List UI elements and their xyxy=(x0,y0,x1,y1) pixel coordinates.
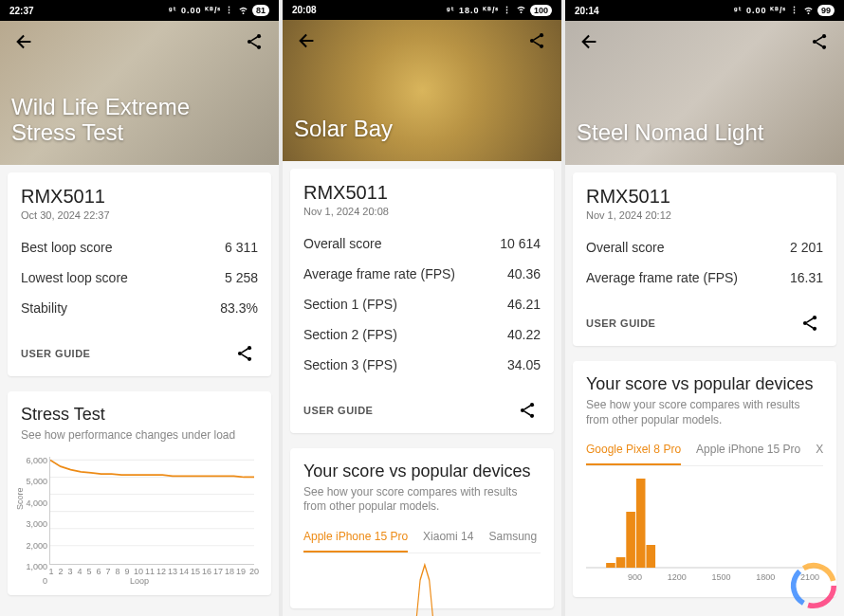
row-label: Average frame rate (FPS) xyxy=(303,266,455,281)
stress-sub: See how performance changes under load xyxy=(21,428,258,444)
status-bar: 20:14 ᵍᵗ 0.00 ᴷᴮ/ˢ ⋮ 99 xyxy=(565,0,844,21)
tab-iphone15pro[interactable]: Apple iPhone 15 Pro xyxy=(696,437,800,465)
wifi-icon xyxy=(803,5,814,17)
battery-level: 99 xyxy=(817,5,835,16)
row-value: 83.3% xyxy=(220,300,258,316)
result-row: Lowest loop score 5 258 xyxy=(21,263,258,293)
tab-samsung[interactable]: Samsung Ga xyxy=(488,524,541,553)
share-icon[interactable] xyxy=(523,27,550,54)
screen-steelnomad: 20:14 ᵍᵗ 0.00 ᴷᴮ/ˢ ⋮ 99 Steel Nomad Ligh… xyxy=(565,0,844,616)
row-value: 5 258 xyxy=(225,270,258,285)
status-time: 20:08 xyxy=(292,5,317,15)
screen-wildlife: 22:37 ᵍᵗ 0.00 ᴷᴮ/ˢ ⋮ 81 Wild Life Extrem… xyxy=(0,0,279,616)
wifi-icon xyxy=(238,5,248,17)
device-name: RMX5011 xyxy=(21,186,258,208)
svg-rect-28 xyxy=(636,479,646,568)
compare-title: Your score vs popular devices xyxy=(586,374,823,394)
share-icon[interactable] xyxy=(231,340,258,367)
back-icon[interactable] xyxy=(294,27,321,54)
status-bar: 20:08 ᵍᵗ 18.0 ᴷᴮ/ˢ ⋮ 100 xyxy=(283,0,561,20)
row-label: Section 2 (FPS) xyxy=(303,327,397,342)
result-row: Best loop score 6 311 xyxy=(21,232,258,263)
result-row: Average frame rate (FPS) 16.31 xyxy=(586,263,823,293)
tab-xiaomi14[interactable]: Xiaomi 14 xyxy=(423,524,473,553)
compare-card: Your score vs popular devices See how yo… xyxy=(290,448,554,608)
compare-sub: See how your score compares with results… xyxy=(586,398,823,427)
hero-title: Solar Bay xyxy=(294,116,550,142)
row-value: 46.21 xyxy=(507,297,541,312)
row-value: 16.31 xyxy=(790,270,823,285)
result-row: Stability 83.3% xyxy=(21,293,258,323)
user-guide-link[interactable]: USER GUIDE xyxy=(21,348,90,359)
battery-level: 100 xyxy=(530,5,552,16)
svg-rect-26 xyxy=(616,557,626,568)
hero-banner: Steel Nomad Light xyxy=(565,21,844,165)
overall-score: 10 614 xyxy=(500,236,541,251)
row-label: Overall score xyxy=(586,240,664,255)
back-icon[interactable] xyxy=(11,28,38,55)
result-card: RMX5011 Nov 1, 2024 20:12 Overall score … xyxy=(573,172,836,346)
compare-chart: 900 1200 1500 1800 2100 xyxy=(586,474,823,588)
row-value: 40.36 xyxy=(507,266,541,281)
compare-sub: See how your score compares with results… xyxy=(303,485,541,515)
chart-xlabel: Loop xyxy=(130,576,149,586)
svg-rect-27 xyxy=(626,512,635,568)
compare-card: Your score vs popular devices See how yo… xyxy=(573,361,836,597)
row-value: 34.05 xyxy=(507,357,541,372)
svg-rect-25 xyxy=(606,563,615,568)
row-value: 6 311 xyxy=(225,240,258,255)
row-label: Lowest loop score xyxy=(21,270,128,285)
result-row: Average frame rate (FPS) 40.36 xyxy=(303,259,541,289)
hero-banner: Solar Bay xyxy=(283,20,561,160)
status-net: ᵍᵗ 0.00 ᴷᴮ/ˢ ⋮ xyxy=(169,6,234,15)
result-row: Section 2 (FPS) 40.22 xyxy=(303,319,541,350)
back-icon[interactable] xyxy=(577,28,603,55)
status-bar: 22:37 ᵍᵗ 0.00 ᴷᴮ/ˢ ⋮ 81 xyxy=(0,0,279,21)
status-time: 20:14 xyxy=(575,6,599,16)
tab-pixel8pro[interactable]: Google Pixel 8 Pro xyxy=(586,437,681,465)
overall-score: 2 201 xyxy=(790,240,823,255)
row-label: Best loop score xyxy=(21,240,113,255)
result-card: RMX5011 Nov 1, 2024 20:08 Overall score … xyxy=(290,169,554,433)
chart-xticks: 900 1200 1500 1800 2100 xyxy=(586,572,823,582)
row-label: Section 1 (FPS) xyxy=(303,297,397,312)
compare-chart xyxy=(303,561,541,608)
share-icon[interactable] xyxy=(797,310,823,336)
stress-title: Stress Test xyxy=(21,405,258,425)
test-date: Oct 30, 2024 22:37 xyxy=(21,209,258,221)
user-guide-link[interactable]: USER GUIDE xyxy=(303,405,373,416)
row-label: Stability xyxy=(21,300,67,316)
svg-rect-29 xyxy=(646,545,655,568)
compare-tabs: Google Pixel 8 Pro Apple iPhone 15 Pro X… xyxy=(586,437,823,466)
screen-solarbay: 20:08 ᵍᵗ 18.0 ᴷᴮ/ˢ ⋮ 100 Solar Bay RMX50… xyxy=(283,0,561,616)
user-guide-link[interactable]: USER GUIDE xyxy=(586,317,655,329)
share-icon[interactable] xyxy=(241,28,267,55)
overall-score-row: Overall score 2 201 xyxy=(586,232,823,263)
test-date: Nov 1, 2024 20:12 xyxy=(586,209,823,221)
share-icon[interactable] xyxy=(514,397,541,424)
result-row: Section 3 (FPS) 34.05 xyxy=(303,350,541,380)
compare-title: Your score vs popular devices xyxy=(303,462,541,481)
device-name: RMX5011 xyxy=(303,182,541,204)
row-label: Section 3 (FPS) xyxy=(303,357,397,372)
stress-test-card: Stress Test See how performance changes … xyxy=(8,391,271,595)
hero-title: Wild Life Extreme Stress Test xyxy=(11,94,267,146)
status-net: ᵍᵗ 18.0 ᴷᴮ/ˢ ⋮ xyxy=(447,6,512,15)
row-label: Average frame rate (FPS) xyxy=(586,270,738,285)
battery-level: 81 xyxy=(252,5,269,16)
tab-xiaomi[interactable]: Xiao xyxy=(816,437,823,465)
stress-chart: Score 6,000 5,000 4,000 3,000 2,000 1,00… xyxy=(21,453,258,586)
hero-banner: Wild Life Extreme Stress Test xyxy=(0,21,279,165)
compare-tabs: Apple iPhone 15 Pro Xiaomi 14 Samsung Ga xyxy=(303,524,541,553)
result-row: Section 1 (FPS) 46.21 xyxy=(303,289,541,319)
tab-iphone15pro[interactable]: Apple iPhone 15 Pro xyxy=(303,524,408,553)
device-name: RMX5011 xyxy=(586,186,823,208)
test-date: Nov 1, 2024 20:08 xyxy=(303,206,541,217)
row-value: 40.22 xyxy=(507,327,541,342)
status-time: 22:37 xyxy=(9,6,34,16)
row-label: Overall score xyxy=(303,236,381,251)
result-card: RMX5011 Oct 30, 2024 22:37 Best loop sco… xyxy=(8,172,271,376)
share-icon[interactable] xyxy=(806,28,833,55)
hero-title: Steel Nomad Light xyxy=(577,119,833,146)
status-net: ᵍᵗ 0.00 ᴷᴮ/ˢ ⋮ xyxy=(734,6,799,15)
